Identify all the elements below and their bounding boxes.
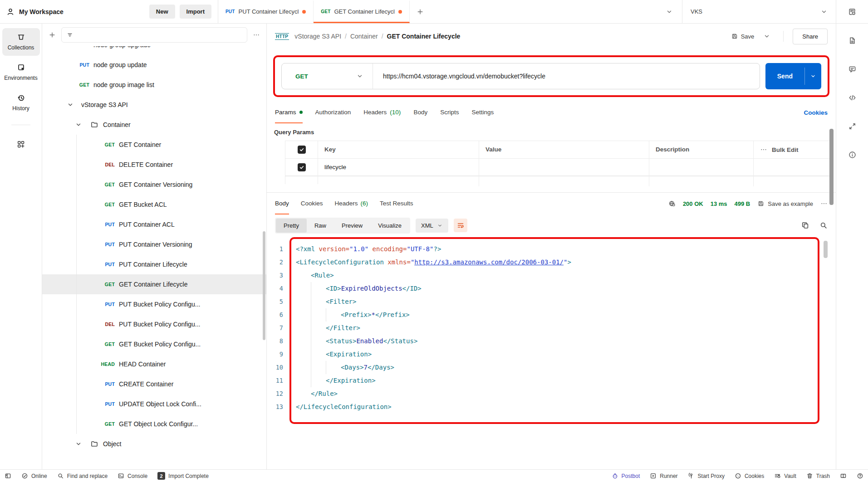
- environment-quick-look[interactable]: [836, 0, 868, 23]
- tree-folder[interactable]: Container: [42, 115, 266, 135]
- description-cell[interactable]: [649, 176, 754, 186]
- send-options-button[interactable]: [805, 63, 821, 89]
- save-as-example-button[interactable]: Save as example: [757, 200, 813, 207]
- comments-icon[interactable]: [848, 65, 857, 73]
- sidebar-more-button[interactable]: [253, 31, 260, 39]
- select-all-checkbox[interactable]: [298, 146, 306, 154]
- response-time[interactable]: 13 ms: [711, 200, 727, 207]
- statusbar-vault[interactable]: Vault: [774, 472, 796, 479]
- request-scrollbar[interactable]: [829, 129, 834, 205]
- documentation-icon[interactable]: [848, 36, 857, 45]
- sidebar-scrollbar[interactable]: [263, 231, 265, 340]
- response-code[interactable]: <?xml version="1.0" encoding="UTF-8"?><L…: [291, 243, 816, 414]
- request-tab[interactable]: GETGET Container Lifecycl: [314, 0, 410, 23]
- more-icon[interactable]: [760, 146, 767, 153]
- statusbar-find-and-replace[interactable]: Find and replace: [57, 472, 108, 479]
- key-cell[interactable]: [318, 176, 479, 186]
- tree-request[interactable]: PUTCREATE Container: [42, 374, 266, 394]
- request-tab[interactable]: PUTPUT Container Lifecycl: [218, 0, 314, 23]
- statusbar-trash[interactable]: Trash: [806, 472, 830, 479]
- workspace-title[interactable]: My Workspace: [19, 8, 64, 15]
- info-icon[interactable]: [848, 151, 857, 159]
- view-tab-raw[interactable]: Raw: [307, 219, 334, 233]
- response-tab-test-results[interactable]: Test Results: [380, 193, 413, 214]
- statusbar-online[interactable]: Online: [21, 472, 47, 479]
- cookies-link[interactable]: Cookies: [804, 109, 828, 116]
- breadcrumb-collection[interactable]: vStorage S3 API: [294, 33, 341, 40]
- copy-icon[interactable]: [801, 221, 809, 229]
- tab-scripts[interactable]: Scripts: [440, 102, 459, 123]
- tree-request[interactable]: PUTnode group update: [42, 55, 266, 75]
- tree-request[interactable]: PUTPUT Container Versioning: [42, 234, 266, 254]
- tab-authorization[interactable]: Authorization: [315, 102, 351, 123]
- statusbar-import-complete[interactable]: 2Import Complete: [157, 472, 209, 480]
- tree-request[interactable]: PUTPUT Bucket Policy Configu...: [42, 294, 266, 314]
- tree-request[interactable]: DELDELETE Container: [42, 155, 266, 175]
- tab-settings[interactable]: Settings: [471, 102, 494, 123]
- tab-body[interactable]: Body: [413, 102, 427, 123]
- sidebar-item-environments[interactable]: Environments: [2, 58, 40, 86]
- tree-request[interactable]: GETnode group image list: [42, 75, 266, 95]
- environment-selector[interactable]: VKS: [682, 0, 836, 23]
- collapse-panel-icon[interactable]: [848, 122, 857, 131]
- save-button[interactable]: Save: [731, 33, 755, 40]
- response-size[interactable]: 499 B: [735, 200, 750, 207]
- key-cell[interactable]: lifecycle: [318, 159, 479, 175]
- tree-request[interactable]: node group upgrade: [42, 46, 266, 55]
- statusbar-runner[interactable]: Runner: [650, 472, 677, 479]
- new-tab-button[interactable]: [410, 0, 431, 23]
- share-button[interactable]: Share: [793, 29, 828, 44]
- status-badge[interactable]: 200 OK: [683, 200, 703, 207]
- sidebar-item-history[interactable]: History: [2, 89, 40, 117]
- tree-request[interactable]: GETGET Bucket Policy Configu...: [42, 334, 266, 354]
- statusbar-start-proxy[interactable]: Start Proxy: [688, 472, 725, 479]
- url-field[interactable]: https://hcm04.vstorage.vngcloud.vn/demob…: [373, 73, 760, 80]
- value-cell[interactable]: [479, 159, 649, 175]
- panel-icon[interactable]: [5, 472, 11, 479]
- format-select[interactable]: XML: [416, 219, 448, 233]
- tree-folder[interactable]: Object: [42, 434, 266, 454]
- view-tab-pretty[interactable]: Pretty: [276, 219, 307, 233]
- row-checkbox[interactable]: [298, 163, 306, 171]
- response-scrollbar[interactable]: [824, 241, 828, 258]
- breadcrumb-request[interactable]: GET Container Lifecycle: [387, 33, 461, 40]
- tree-request[interactable]: GETGET Container: [42, 135, 266, 155]
- bulk-edit-button[interactable]: Bulk Edit: [772, 146, 799, 153]
- tree-request[interactable]: GETGET Object Lock Configur...: [42, 414, 266, 434]
- tree-request[interactable]: GETGET Bucket ACL: [42, 195, 266, 214]
- statusbar-cookies[interactable]: Cookies: [735, 472, 764, 479]
- tree-request[interactable]: GETGET Container Lifecycle: [42, 274, 266, 294]
- more-icon[interactable]: [820, 200, 828, 207]
- view-tab-preview[interactable]: Preview: [334, 219, 370, 233]
- value-cell[interactable]: [479, 176, 649, 186]
- method-select[interactable]: GET: [282, 73, 373, 80]
- new-button[interactable]: New: [149, 5, 175, 19]
- tree-request[interactable]: DELPUT Bucket Policy Configu...: [42, 314, 266, 334]
- tab-params[interactable]: Params: [275, 102, 303, 123]
- sidebar-item-collections[interactable]: Collections: [2, 28, 40, 56]
- tree-request[interactable]: PUTPUT Container Lifecycle: [42, 254, 266, 274]
- import-button[interactable]: Import: [180, 5, 211, 19]
- code-snippet-icon[interactable]: [848, 93, 857, 102]
- tab-overflow-button[interactable]: [657, 0, 682, 23]
- response-tab-cookies[interactable]: Cookies: [301, 193, 323, 214]
- wrap-lines-button[interactable]: [454, 219, 467, 232]
- send-button[interactable]: Send: [765, 63, 821, 89]
- save-options-button[interactable]: [760, 30, 774, 43]
- response-tab-headers[interactable]: Headers(6): [335, 193, 368, 214]
- search-icon[interactable]: [819, 221, 828, 229]
- tree-collection[interactable]: vStorage S3 API: [42, 95, 266, 115]
- statusbar-postbot[interactable]: Postbot: [612, 472, 640, 479]
- description-cell[interactable]: [649, 159, 754, 175]
- tree-request[interactable]: HEADHEAD Container: [42, 354, 266, 374]
- breadcrumb-folder[interactable]: Container: [350, 33, 378, 40]
- add-collection-button[interactable]: [49, 31, 56, 39]
- tree-request[interactable]: PUTUPDATE Object Lock Confi...: [42, 394, 266, 414]
- view-tab-visualize[interactable]: Visualize: [370, 219, 409, 233]
- tree-request[interactable]: PUTPUT Container ACL: [42, 214, 266, 234]
- configure-workbench-button[interactable]: [16, 140, 25, 150]
- panes-icon[interactable]: [840, 472, 847, 479]
- tree-request[interactable]: GETGET Container Versioning: [42, 175, 266, 195]
- globe-lock-icon[interactable]: [668, 200, 676, 207]
- statusbar-console[interactable]: Console: [118, 472, 147, 479]
